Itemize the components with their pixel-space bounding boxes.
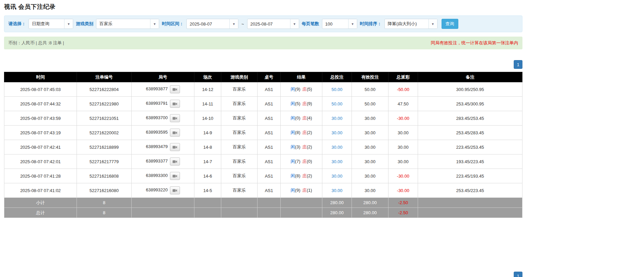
cell-payout: 30.00 xyxy=(388,154,418,169)
summary-empty-cell xyxy=(418,208,522,218)
total-bet-link[interactable]: 30.00 xyxy=(331,188,342,193)
col-header-total-bet: 总投注 xyxy=(322,72,352,82)
chevron-down-icon[interactable]: ▾ xyxy=(428,19,437,29)
cell-valid-bet: 50.00 xyxy=(352,97,388,111)
chevron-down-icon[interactable]: ▾ xyxy=(229,19,238,29)
total-bet-link[interactable]: 50.00 xyxy=(331,101,342,106)
cell-valid-bet: 30.00 xyxy=(352,169,388,183)
replay-video-button[interactable] xyxy=(170,172,180,180)
result-banker: 庄(4) xyxy=(303,116,312,121)
cell-remark: 300.95/250.95 xyxy=(418,82,522,97)
page-button-1[interactable]: 1 xyxy=(514,60,522,69)
select-type-combo[interactable]: 日期查询 ▾ xyxy=(29,19,73,29)
chevron-down-icon[interactable]: ▾ xyxy=(348,19,357,29)
total-bet-link[interactable]: 30.00 xyxy=(331,130,342,135)
replay-video-button[interactable] xyxy=(170,143,180,151)
per-page-combo[interactable]: 100 ▾ xyxy=(322,19,357,29)
cell-bet-id: 522716220002 xyxy=(77,126,132,140)
round-id-text: 638993300 xyxy=(146,173,168,178)
cell-remark: 223.45/193.45 xyxy=(418,169,522,183)
summary-empty-cell xyxy=(221,208,258,218)
cell-game-type: 百家乐 xyxy=(221,97,258,111)
total-bet-link[interactable]: 30.00 xyxy=(331,145,342,150)
date-from-combo[interactable]: 2025-08-07 ▾ xyxy=(186,19,238,29)
cell-payout: -30.00 xyxy=(388,111,418,126)
cell-session: 14-12 xyxy=(194,82,221,97)
col-header-time: 时间 xyxy=(4,72,77,82)
summary-empty-cell xyxy=(281,208,322,218)
replay-video-button[interactable] xyxy=(170,85,180,93)
table-row: 2025-08-07 07:41:28 522716216808 6389933… xyxy=(4,169,522,183)
summary-row: 小计 8 280.00 280.00 -2.50 xyxy=(4,198,522,208)
chevron-down-icon[interactable]: ▾ xyxy=(290,19,299,29)
cell-time: 2025-08-07 07:42:41 xyxy=(4,140,77,154)
replay-video-button[interactable] xyxy=(170,186,180,194)
cell-session: 14-10 xyxy=(194,111,221,126)
page-button-1[interactable]: 1 xyxy=(514,272,522,277)
cell-round-id: 638993479 xyxy=(132,140,194,154)
summary-total-bet: 280.00 xyxy=(322,208,352,218)
cell-result: 闲(5)庄(9) xyxy=(281,97,322,111)
summary-empty-cell xyxy=(418,198,522,208)
table-body: 2025-08-07 07:45:03 522716222804 6389938… xyxy=(4,82,522,218)
replay-video-button[interactable] xyxy=(170,157,180,166)
bet-records-table: 时间 注单编号 局号 场次 游戏类别 桌号 结果 总投注 有效投注 总派彩 备注… xyxy=(4,72,522,218)
cell-bet-id: 522716216808 xyxy=(77,169,132,183)
cell-result: 闲(7)庄(0) xyxy=(281,154,322,169)
cell-round-id: 638993791 xyxy=(132,97,194,111)
cell-round-id: 638993877 xyxy=(132,82,194,97)
cell-result: 闲(9)庄(5) xyxy=(281,82,322,97)
summary-empty-cell xyxy=(194,198,221,208)
total-bet-link[interactable]: 30.00 xyxy=(331,174,342,179)
round-id-text: 638993377 xyxy=(146,158,168,164)
cell-payout: -30.00 xyxy=(388,183,418,198)
col-header-result: 结果 xyxy=(281,72,322,82)
replay-video-button[interactable] xyxy=(170,114,180,122)
cell-time: 2025-08-07 07:44:32 xyxy=(4,97,77,111)
total-bet-link[interactable]: 30.00 xyxy=(331,159,342,164)
cell-payout: 30.00 xyxy=(388,126,418,140)
cell-total-bet: 30.00 xyxy=(322,169,352,183)
cell-remark: 223.45/253.45 xyxy=(418,140,522,154)
range-separator: ~ xyxy=(241,21,244,27)
cell-valid-bet: 30.00 xyxy=(352,154,388,169)
date-to-combo[interactable]: 2025-08-07 ▾ xyxy=(247,19,299,29)
summary-valid-bet: 280.00 xyxy=(352,198,388,208)
chevron-down-icon[interactable]: ▾ xyxy=(64,19,73,29)
replay-video-button[interactable] xyxy=(170,129,180,137)
cell-valid-bet: 30.00 xyxy=(352,111,388,126)
cell-round-id: 638993220 xyxy=(132,183,194,198)
total-bet-link[interactable]: 50.00 xyxy=(331,87,342,92)
cell-total-bet: 50.00 xyxy=(322,82,352,97)
round-id-text: 638993220 xyxy=(146,187,168,192)
total-bet-link[interactable]: 30.00 xyxy=(331,116,342,121)
game-type-combo[interactable]: 百家乐 ▾ xyxy=(96,19,159,29)
date-to-value: 2025-08-07 xyxy=(247,19,290,29)
video-camera-icon xyxy=(173,174,177,178)
video-camera-icon xyxy=(173,117,177,120)
cell-time: 2025-08-07 07:42:01 xyxy=(4,154,77,169)
select-type-value: 日期查询 xyxy=(29,19,64,29)
cell-total-bet: 30.00 xyxy=(322,140,352,154)
result-player: 闲(7) xyxy=(291,159,301,164)
cell-valid-bet: 30.00 xyxy=(352,126,388,140)
summary-empty-cell xyxy=(258,198,281,208)
cell-payout: -30.00 xyxy=(388,169,418,183)
cell-session: 14-7 xyxy=(194,154,221,169)
sort-order-combo[interactable]: 降冪(由大到小) ▾ xyxy=(384,19,438,29)
cell-remark: 283.45/253.45 xyxy=(418,111,522,126)
cell-bet-id: 522716221051 xyxy=(77,111,132,126)
result-banker: 庄(0) xyxy=(303,159,312,164)
table-header-row: 时间 注单编号 局号 场次 游戏类别 桌号 结果 总投注 有效投注 总派彩 备注 xyxy=(4,72,522,82)
chevron-down-icon[interactable]: ▾ xyxy=(150,19,159,29)
cell-session: 14-5 xyxy=(194,183,221,198)
result-banker: 庄(2) xyxy=(303,144,312,149)
cell-total-bet: 30.00 xyxy=(322,154,352,169)
cell-table-no: AS1 xyxy=(258,154,281,169)
search-button[interactable]: 查询 xyxy=(442,19,458,29)
round-id-text: 638993791 xyxy=(146,101,168,106)
replay-video-button[interactable] xyxy=(170,100,180,108)
cell-game-type: 百家乐 xyxy=(221,82,258,97)
result-player: 闲(3) xyxy=(291,144,301,149)
result-banker: 庄(2) xyxy=(303,130,312,135)
